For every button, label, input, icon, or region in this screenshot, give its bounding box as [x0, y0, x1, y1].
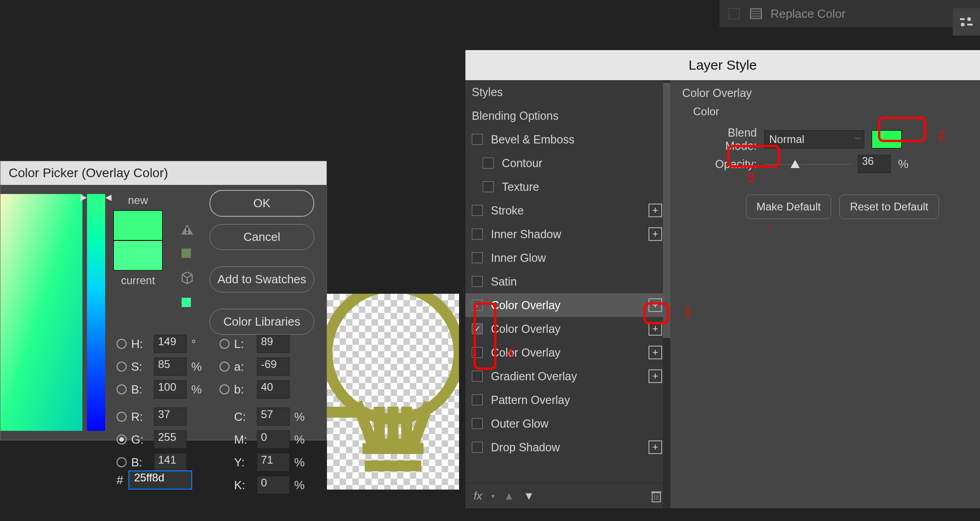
a-input[interactable]: -69 — [257, 358, 290, 376]
add-coloroverlay-icon[interactable]: + — [648, 298, 662, 312]
lab-b-input[interactable]: 40 — [257, 380, 290, 398]
hue-slider[interactable]: ▶◀ — [87, 194, 105, 431]
opacity-slider[interactable] — [764, 163, 851, 165]
add-innershadow-icon[interactable]: + — [648, 227, 662, 241]
outer-glow-checkbox[interactable] — [472, 418, 483, 429]
layer-style-dialog: Layer Style Styles Blending Options Beve… — [465, 50, 980, 506]
c-input[interactable]: 57 — [257, 408, 290, 426]
add-swatches-button[interactable]: Add to Swatches — [209, 266, 314, 292]
add-gradoverlay-icon[interactable]: + — [648, 369, 662, 383]
texture-checkbox[interactable] — [483, 181, 494, 192]
lab-b-radio[interactable] — [219, 384, 230, 394]
satin-checkbox[interactable] — [472, 276, 483, 287]
rgb-b-input[interactable]: 141 — [154, 453, 187, 471]
websafe-icon[interactable] — [181, 272, 193, 284]
styles-header[interactable]: Styles — [465, 80, 670, 104]
color-overlay-1-row[interactable]: ✓Color Overlay+ — [465, 293, 670, 317]
r-input[interactable]: 37 — [154, 408, 187, 426]
texture-row[interactable]: Texture — [465, 175, 670, 199]
contour-row[interactable]: Contour — [465, 151, 670, 175]
inner-glow-checkbox[interactable] — [472, 252, 483, 263]
satin-row[interactable]: Satin — [465, 270, 670, 293]
trash-icon[interactable] — [650, 489, 662, 503]
r-radio[interactable] — [117, 412, 127, 422]
h-input[interactable]: 149 — [154, 335, 187, 353]
fx-menu[interactable]: fx — [474, 490, 482, 502]
add-dropshadow-icon[interactable]: + — [648, 440, 662, 454]
g-input[interactable]: 255 — [154, 430, 187, 449]
svg-line-19 — [182, 275, 187, 278]
color-picker-title: Color Picker (Overlay Color) — [0, 161, 327, 185]
bevel-checkbox[interactable] — [472, 134, 483, 145]
stroke-row[interactable]: Stroke+ — [465, 199, 670, 222]
outer-glow-row[interactable]: Outer Glow — [465, 412, 670, 435]
rgb-b-radio[interactable] — [117, 457, 127, 467]
color-overlay-header: Color Overlay — [682, 87, 980, 100]
bevel-emboss-row[interactable]: Bevel & Emboss — [465, 128, 670, 151]
l-input[interactable]: 89 — [257, 335, 290, 353]
drop-shadow-row[interactable]: Drop Shadow+ — [465, 435, 670, 459]
a-radio[interactable] — [219, 362, 230, 372]
reset-default-button[interactable]: Reset to Default — [839, 194, 939, 219]
hsb-b-radio[interactable] — [117, 384, 127, 394]
inner-shadow-checkbox[interactable] — [472, 229, 483, 240]
color-overlay-2-checkbox[interactable]: ✓ — [472, 323, 483, 334]
move-up-icon[interactable]: ▲ — [504, 490, 515, 502]
saturation-brightness-field[interactable] — [0, 194, 82, 431]
stroke-checkbox[interactable] — [472, 205, 483, 216]
cancel-button[interactable]: Cancel — [209, 224, 314, 250]
contour-checkbox[interactable] — [483, 158, 494, 169]
k-input[interactable]: 0 — [257, 476, 290, 494]
effects-scrollbar[interactable] — [663, 80, 670, 508]
inner-shadow-row[interactable]: Inner Shadow+ — [465, 222, 670, 246]
current-color-swatch[interactable] — [113, 240, 163, 271]
panel-options-button[interactable] — [953, 8, 980, 36]
visibility-checkbox[interactable] — [729, 8, 740, 19]
opacity-input[interactable]: 36 — [858, 155, 891, 173]
svg-point-8 — [327, 294, 459, 419]
gradient-overlay-row[interactable]: Gradient Overlay+ — [465, 364, 670, 388]
websafe-color[interactable] — [181, 297, 191, 307]
drop-shadow-checkbox[interactable] — [472, 442, 483, 453]
pattern-overlay-checkbox[interactable] — [472, 394, 483, 405]
overlay-color-swatch[interactable] — [872, 130, 902, 148]
h-radio[interactable] — [117, 339, 127, 349]
layer-style-title: Layer Style — [465, 50, 980, 80]
color-overlay-3-checkbox[interactable] — [472, 347, 483, 358]
new-color-swatch[interactable] — [113, 210, 163, 240]
color-overlay-2-row[interactable]: ✓Color Overlay+ — [465, 317, 670, 341]
pattern-overlay-row[interactable]: Pattern Overlay — [465, 388, 670, 412]
y-input[interactable]: 71 — [257, 453, 290, 471]
ok-button[interactable]: OK — [209, 190, 314, 217]
color-libraries-button[interactable]: Color Libraries — [209, 309, 314, 335]
move-down-icon[interactable]: ▼ — [523, 490, 534, 502]
add-coloroverlay3-icon[interactable]: + — [648, 346, 662, 359]
color-section-label: Color — [693, 105, 980, 118]
blending-options[interactable]: Blending Options — [465, 104, 670, 128]
make-default-button[interactable]: Make Default — [746, 194, 831, 219]
s-radio[interactable] — [117, 362, 127, 372]
color-overlay-3-row[interactable]: Color Overlay+ — [465, 341, 670, 364]
s-input[interactable]: 85 — [154, 358, 187, 376]
add-stroke-icon[interactable]: + — [648, 204, 662, 217]
annotation-number-3: 3 — [747, 169, 755, 185]
l-radio[interactable] — [219, 339, 230, 349]
m-input[interactable]: 0 — [257, 430, 290, 449]
inner-glow-row[interactable]: Inner Glow — [465, 246, 670, 270]
opacity-label: Opacity: — [693, 158, 757, 171]
gamut-warning-icon[interactable] — [181, 225, 193, 235]
annotation-number-4: 4 — [506, 345, 514, 361]
gradient-overlay-checkbox[interactable] — [472, 371, 483, 382]
hex-input[interactable]: 25ff8d — [128, 470, 192, 490]
current-label: current — [121, 274, 155, 287]
blend-mode-select[interactable]: Normal﹀ — [764, 130, 864, 148]
svg-rect-6 — [967, 24, 973, 26]
g-radio[interactable] — [117, 434, 127, 444]
history-panel-row: Replace Color — [720, 0, 980, 27]
gamut-color[interactable] — [181, 248, 191, 258]
add-coloroverlay2-icon[interactable]: + — [648, 322, 662, 336]
color-overlay-1-checkbox[interactable]: ✓ — [472, 300, 483, 311]
annotation-number-2: 2 — [938, 128, 946, 143]
history-label: Replace Color — [771, 7, 846, 21]
hsb-b-input[interactable]: 100 — [154, 380, 187, 398]
